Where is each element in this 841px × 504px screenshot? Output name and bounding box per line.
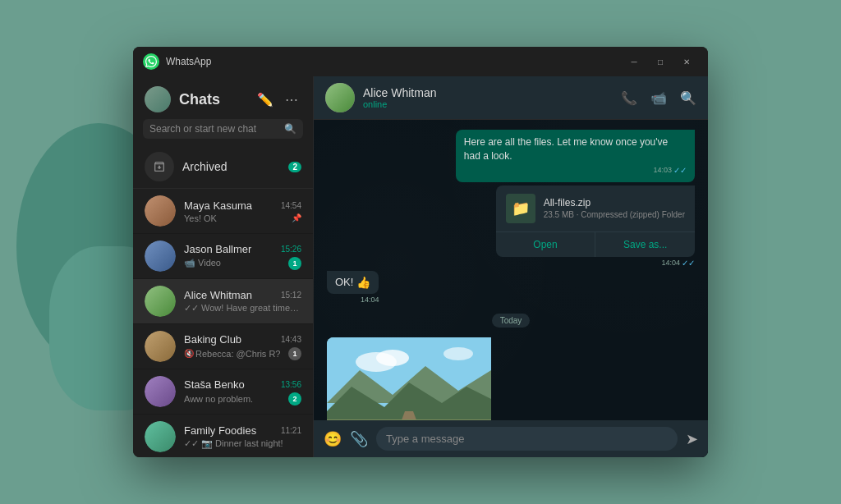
avatar [145,286,176,317]
app-window: WhatsApp ─ □ ✕ Chats ✏️ ⋯ 🔍 [133,47,708,457]
search-messages-icon[interactable]: 🔍 [680,90,696,106]
chat-preview: 📹 Video [184,258,285,268]
contact-info: Alice Whitman online [363,86,621,109]
archived-label: Archived [182,160,288,173]
message-text: Here are all the files. Let me know once… [464,136,668,162]
chat-item-stasa[interactable]: Staša Benko 13:56 Aww no problem. 2 [133,369,313,415]
read-receipt: ✓✓ [682,259,695,268]
chat-time: 14:43 [281,335,301,344]
file-bubble: 📁 All-files.zip 23.5 MB · Compressed (zi… [496,186,695,257]
chat-info: Family Foodies 11:21 ✓✓ 📷 Dinner last ni… [184,424,301,449]
send-button[interactable]: ➤ [686,430,698,448]
close-button[interactable]: ✕ [675,53,698,70]
chat-preview: Yes! OK [184,213,292,223]
date-divider: Today [327,314,695,328]
window-controls: ─ □ ✕ [623,53,698,70]
save-as-button[interactable]: Save as... [595,232,695,257]
message-time: 14:03 ✓✓ [464,165,687,176]
search-bar[interactable]: 🔍 [143,119,303,139]
chat-item-alice[interactable]: Alice Whitman 15:12 ✓✓ Wow! Have great t… [133,279,313,324]
chat-name: Staša Benko [184,378,245,391]
chat-item-jason[interactable]: Jason Ballmer 15:26 📹 Video 1 [133,234,313,279]
chat-header-actions: 📞 📹 🔍 [621,90,696,106]
open-file-button[interactable]: Open [496,232,595,257]
ok-emoji: 👍 [356,276,370,289]
svg-rect-7 [327,419,491,420]
message-out: Here are all the files. Let me know once… [456,130,695,182]
input-area: 😊 📎 ➤ [314,420,708,457]
chat-time: 13:56 [281,380,301,389]
chat-header: Alice Whitman online 📞 📹 🔍 [314,76,708,120]
file-icon: 📁 [506,194,535,223]
ok-bubble: OK! 👍 [327,271,379,294]
svg-point-2 [376,350,409,366]
maximize-button[interactable]: □ [649,53,672,70]
chat-item-maya[interactable]: Maya Kasuma 14:54 Yes! OK 📌 [133,189,313,234]
chat-name: Jason Ballmer [184,243,251,255]
voice-call-icon[interactable]: 📞 [621,90,637,106]
avatar [145,241,176,272]
sidebar-header: Chats ✏️ ⋯ [133,76,313,119]
message-time: 14:04 [327,296,379,304]
chat-time: 15:12 [281,291,301,300]
chat-list: Maya Kasuma 14:54 Yes! OK 📌 [133,189,313,457]
chat-time: 15:26 [281,245,301,254]
sidebar-actions: ✏️ ⋯ [254,90,301,109]
chat-name: Family Foodies [184,424,256,437]
message-input[interactable] [376,427,678,451]
archive-icon [145,152,174,181]
chat-item-baking[interactable]: Baking Club 14:43 🔇 Rebecca: @Chris R? 1 [133,324,313,369]
chat-info: Maya Kasuma 14:54 Yes! OK 📌 [184,199,301,223]
mute-icon: 🔇 [184,349,194,358]
message-image-in: So beautiful here! 15:06 ❤️ [327,337,491,420]
video-call-icon[interactable]: 📹 [650,90,667,106]
app-title: WhatsApp [166,56,623,67]
minimize-button[interactable]: ─ [623,53,646,70]
svg-point-3 [443,347,473,360]
pin-icon: 📌 [292,213,301,222]
message-in-ok: OK! 👍 14:04 [327,271,379,304]
contact-avatar[interactable] [325,83,355,112]
avatar [145,376,176,407]
new-chat-icon[interactable]: ✏️ [254,90,277,109]
avatar [145,195,176,227]
date-label: Today [492,314,531,328]
search-input[interactable] [149,123,284,135]
ok-text: OK! [335,276,353,288]
sidebar-title: Chats [179,91,254,108]
sidebar: Chats ✏️ ⋯ 🔍 Archived 2 [133,76,314,457]
attach-button[interactable]: 📎 [350,430,368,448]
chat-time: 14:54 [281,201,301,210]
unread-badge: 1 [288,257,301,270]
contact-name: Alice Whitman [363,86,621,99]
message-file-out: 📁 All-files.zip 23.5 MB · Compressed (zi… [496,186,695,268]
chat-name: Maya Kasuma [184,199,252,212]
chat-name: Alice Whitman [184,289,252,301]
archived-item[interactable]: Archived 2 [133,145,313,189]
chat-preview: Aww no problem. [184,394,285,404]
chat-info: Alice Whitman 15:12 ✓✓ Wow! Have great t… [184,289,301,314]
chat-info: Baking Club 14:43 🔇 Rebecca: @Chris R? 1 [184,333,301,360]
file-meta: 23.5 MB · Compressed (zipped) Folder [544,210,685,219]
chat-info: Jason Ballmer 15:26 📹 Video 1 [184,243,301,270]
archived-badge: 2 [288,162,301,172]
messages-area: Here are all the files. Let me know once… [314,120,708,420]
chat-item-family[interactable]: Family Foodies 11:21 ✓✓ 📷 Dinner last ni… [133,415,313,457]
menu-icon[interactable]: ⋯ [282,90,301,109]
avatar [145,331,176,362]
image-preview [327,337,491,420]
chat-window: Alice Whitman online 📞 📹 🔍 Here are all … [314,76,708,457]
read-receipt: ✓✓ [673,165,687,176]
file-actions: Open Save as... [496,231,695,257]
chat-preview: ✓✓ Wow! Have great time. Enjoy. [184,303,301,314]
message-time: 14:04 ✓✓ [496,259,695,268]
emoji-button[interactable]: 😊 [324,430,342,448]
user-avatar[interactable] [145,86,171,112]
chat-info: Staša Benko 13:56 Aww no problem. 2 [184,378,301,405]
title-bar: WhatsApp ─ □ ✕ [133,47,708,76]
contact-status: online [363,99,621,109]
chat-time: 11:21 [281,426,301,435]
unread-badge: 2 [288,392,301,405]
file-name: All-files.zip [544,197,685,208]
message-bubble: Here are all the files. Let me know once… [456,130,695,182]
